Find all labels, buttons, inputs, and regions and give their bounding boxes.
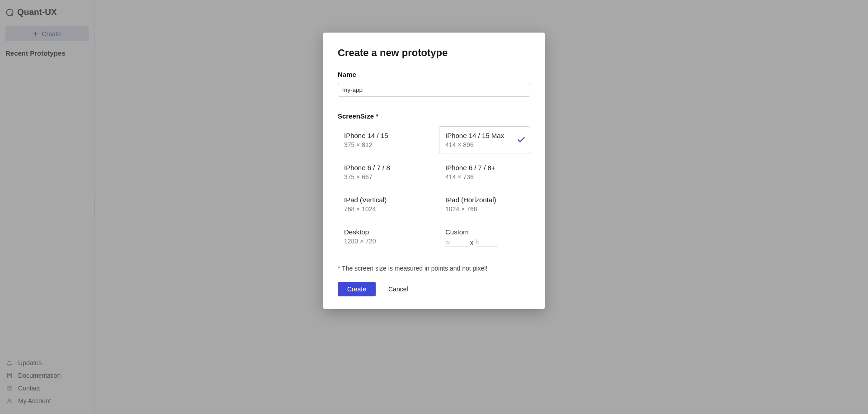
create-button[interactable]: Create bbox=[338, 282, 376, 296]
custom-x-separator: x bbox=[470, 239, 473, 246]
screensize-option-dims: 414 × 736 bbox=[445, 173, 524, 181]
cancel-button[interactable]: Cancel bbox=[388, 286, 408, 293]
screensize-option-name: IPad (Vertical) bbox=[344, 196, 423, 204]
prototype-name-input[interactable] bbox=[338, 83, 530, 97]
create-prototype-dialog: Create a new prototype Name ScreenSize *… bbox=[323, 33, 545, 309]
screensize-option[interactable]: IPad (Vertical)768 × 1024 bbox=[338, 190, 429, 218]
screensize-options: IPhone 14 / 15375 × 812IPhone 14 / 15 Ma… bbox=[338, 126, 530, 252]
screensize-option-name: IPhone 6 / 7 / 8+ bbox=[445, 164, 524, 171]
screensize-option-dims: 375 × 812 bbox=[344, 141, 423, 148]
screensize-option-name: IPad (Horizontal) bbox=[445, 196, 524, 204]
dialog-title: Create a new prototype bbox=[338, 47, 530, 59]
screensize-option-name: IPhone 14 / 15 bbox=[344, 132, 423, 139]
dialog-actions: Create Cancel bbox=[338, 282, 530, 296]
screensize-option-dims: 375 × 667 bbox=[344, 173, 423, 181]
screensize-option[interactable]: IPhone 14 / 15 Max414 × 896 bbox=[439, 126, 530, 153]
custom-width-input[interactable] bbox=[445, 238, 467, 247]
screensize-option[interactable]: IPhone 6 / 7 / 8+414 × 736 bbox=[439, 158, 530, 186]
screensize-label: ScreenSize * bbox=[338, 112, 530, 120]
screensize-option-name: Custom bbox=[445, 228, 524, 236]
name-label: Name bbox=[338, 71, 530, 78]
screensize-option[interactable]: IPhone 14 / 15375 × 812 bbox=[338, 126, 429, 153]
screensize-option-name: Desktop bbox=[344, 228, 423, 236]
screensize-option[interactable]: IPhone 6 / 7 / 8375 × 667 bbox=[338, 158, 429, 186]
screensize-option-name: IPhone 6 / 7 / 8 bbox=[344, 164, 423, 171]
screensize-option-dims: 1280 × 720 bbox=[344, 238, 423, 245]
screensize-option-dims: 1024 × 768 bbox=[445, 205, 524, 213]
check-icon bbox=[517, 135, 526, 144]
custom-height-input[interactable] bbox=[476, 238, 498, 247]
screensize-option[interactable]: Desktop1280 × 720 bbox=[338, 223, 429, 252]
screensize-option-custom[interactable]: Customx bbox=[439, 223, 530, 252]
screensize-option-dims: 414 × 896 bbox=[445, 141, 524, 148]
screensize-option[interactable]: IPad (Horizontal)1024 × 768 bbox=[439, 190, 530, 218]
screensize-footnote: * The screen size is measured in points … bbox=[338, 265, 530, 272]
modal-backdrop[interactable]: Create a new prototype Name ScreenSize *… bbox=[0, 0, 868, 414]
screensize-option-dims: 768 × 1024 bbox=[344, 205, 423, 213]
screensize-option-name: IPhone 14 / 15 Max bbox=[445, 132, 524, 139]
